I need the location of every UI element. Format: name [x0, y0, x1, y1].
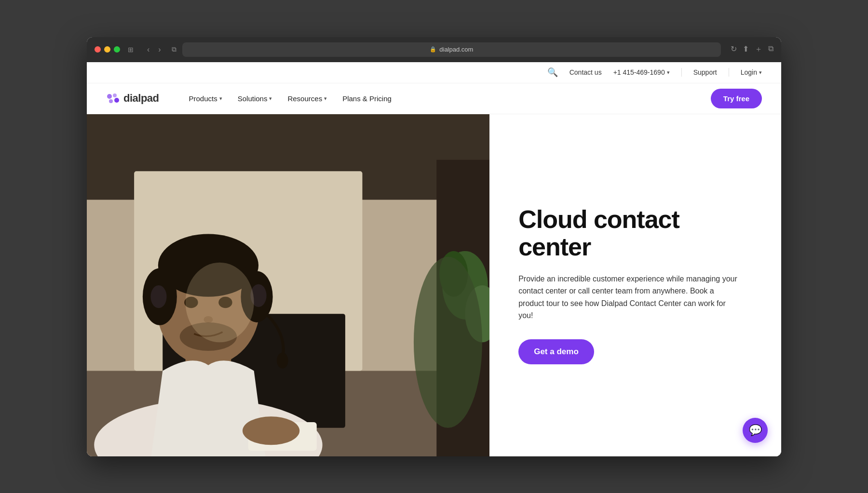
phone-text: +1 415-469-1690: [613, 68, 665, 76]
try-free-button[interactable]: Try free: [711, 89, 762, 108]
address-bar[interactable]: 🔒 dialpad.com: [182, 42, 721, 57]
url-text: dialpad.com: [439, 46, 473, 53]
main-nav: dialpad Products ▾ Solutions ▾ Resources…: [87, 83, 781, 114]
support-link[interactable]: Support: [693, 68, 717, 76]
svg-point-30: [186, 262, 254, 342]
share-button[interactable]: ⬆: [743, 44, 749, 54]
hero-title: Cloud contact center: [518, 206, 752, 261]
dot-minimize[interactable]: [104, 46, 110, 53]
dot-close[interactable]: [95, 46, 101, 53]
back-button[interactable]: ‹: [144, 43, 152, 56]
chat-widget[interactable]: 💬: [743, 418, 768, 443]
products-label: Products: [189, 94, 217, 103]
logo-text: dialpad: [123, 92, 159, 105]
hero-image-area: [87, 114, 489, 456]
svg-point-31: [414, 256, 482, 427]
hero-section: Cloud contact center Provide an incredib…: [87, 114, 781, 456]
divider-2: [729, 68, 729, 77]
contact-link[interactable]: Contact us: [570, 68, 602, 76]
reload-button[interactable]: ↻: [731, 44, 737, 54]
dialpad-logo-icon: [106, 93, 120, 104]
forward-button[interactable]: ›: [155, 43, 163, 56]
products-chevron-icon: ▾: [219, 95, 222, 102]
utility-bar: 🔍 Contact us +1 415-469-1690 ▾ Support L…: [87, 62, 781, 83]
browser-dots: [95, 46, 120, 53]
lock-icon: 🔒: [430, 46, 436, 53]
hero-content: Cloud contact center Provide an incredib…: [489, 114, 781, 456]
solutions-chevron-icon: ▾: [269, 95, 272, 102]
logo[interactable]: dialpad: [106, 92, 159, 105]
solutions-label: Solutions: [238, 94, 268, 103]
search-icon[interactable]: 🔍: [547, 67, 558, 78]
nav-item-resources[interactable]: Resources ▾: [281, 91, 334, 107]
get-demo-button[interactable]: Get a demo: [518, 339, 594, 364]
browser-icons-left: ⊞: [128, 46, 134, 53]
browser-nav: ‹ ›: [144, 43, 164, 56]
phone-chevron-icon: ▾: [667, 69, 670, 76]
divider: [681, 68, 682, 77]
hero-description: Provide an incredible customer experienc…: [518, 273, 740, 322]
nav-item-pricing[interactable]: Plans & Pricing: [336, 91, 398, 107]
new-tab-button[interactable]: ＋: [755, 44, 762, 54]
tab-icon: ⧉: [172, 45, 176, 53]
chat-icon: 💬: [749, 424, 762, 437]
svg-point-3: [109, 99, 113, 103]
dot-fullscreen[interactable]: [114, 46, 120, 53]
browser-titlebar: ⊞ ‹ › ⧉ 🔒 dialpad.com ↻ ⬆ ＋ ⧉: [87, 37, 781, 62]
sidebar-icon[interactable]: ⊞: [128, 46, 134, 53]
hero-photo: [87, 114, 489, 456]
nav-item-solutions[interactable]: Solutions ▾: [231, 91, 279, 107]
login-chevron-icon: ▾: [759, 69, 762, 76]
svg-point-24: [150, 285, 166, 308]
phone-number[interactable]: +1 415-469-1690 ▾: [613, 68, 670, 76]
svg-point-27: [277, 352, 288, 368]
resources-label: Resources: [287, 94, 322, 103]
browser-actions: ↻ ⬆ ＋ ⧉: [731, 44, 773, 54]
nav-item-products[interactable]: Products ▾: [182, 91, 229, 107]
svg-point-29: [243, 416, 299, 445]
svg-point-0: [107, 94, 112, 99]
nav-items: Products ▾ Solutions ▾ Resources ▾ Plans…: [182, 91, 695, 107]
pricing-label: Plans & Pricing: [342, 94, 392, 103]
browser-content: 🔍 Contact us +1 415-469-1690 ▾ Support L…: [87, 62, 781, 456]
resources-chevron-icon: ▾: [324, 95, 327, 102]
browser-window: ⊞ ‹ › ⧉ 🔒 dialpad.com ↻ ⬆ ＋ ⧉ 🔍 Contact …: [87, 37, 781, 456]
login-text: Login: [741, 68, 757, 76]
tabs-button[interactable]: ⧉: [768, 44, 773, 54]
svg-point-2: [114, 98, 119, 103]
hero-photo-svg: [87, 114, 489, 456]
login-link[interactable]: Login ▾: [741, 68, 762, 76]
svg-point-1: [113, 93, 117, 97]
